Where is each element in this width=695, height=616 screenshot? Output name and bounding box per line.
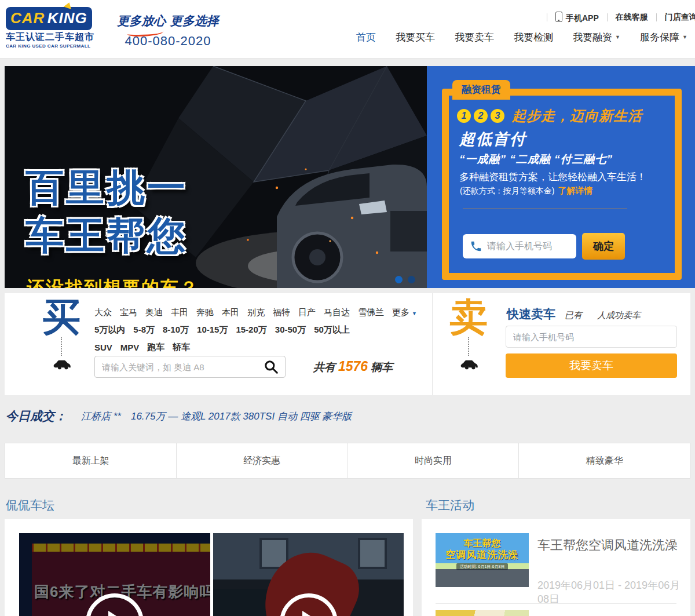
sell-car-button[interactable]: 我要卖车 xyxy=(506,353,677,378)
forum-video-thumbnail[interactable]: 国6来了对二手车有影响吗 xyxy=(19,533,210,616)
divider xyxy=(463,209,627,209)
bodytype-link[interactable]: 跑车 xyxy=(147,342,164,353)
tab-luxury[interactable]: 精致豪华 xyxy=(518,443,690,479)
price-link[interactable]: 5万以内 xyxy=(94,325,125,336)
logo-cn-text: 车王认证二手车超市 xyxy=(6,31,104,43)
mobile-app-link[interactable]: 手机APP xyxy=(555,10,599,24)
price-link[interactable]: 8-10万 xyxy=(163,325,189,336)
logo-car-text: CAR xyxy=(10,9,45,27)
buy-column-glyph: 买 xyxy=(32,298,90,373)
logo-en-text: CAR KING USED CAR SUPERMALL xyxy=(6,43,104,49)
sell-character: 卖 xyxy=(440,298,498,336)
store-locator-link[interactable]: 门店查询 xyxy=(665,12,695,23)
dotted-connector xyxy=(468,337,469,356)
price-link[interactable]: 15-20万 xyxy=(236,325,266,336)
main-nav: 首页 我要买车 我要卖车 我要检测 我要融资▼ 服务保障▼ xyxy=(356,30,695,44)
price-link[interactable]: 10-15万 xyxy=(197,325,228,336)
brand-link[interactable]: 大众 xyxy=(94,307,112,318)
bodytype-link[interactable]: MPV xyxy=(120,342,140,352)
brand-link[interactable]: 别克 xyxy=(247,307,265,318)
nav-sell-car[interactable]: 我要卖车 xyxy=(455,31,494,44)
forum-video-thumbnail[interactable] xyxy=(213,533,404,616)
today-deals-strip: 今日成交： 江桥店 ** 16.75万 — 途观L 2017款 380TSI 自… xyxy=(0,395,695,442)
price-link[interactable]: 50万以上 xyxy=(314,325,350,336)
carousel-dot[interactable] xyxy=(408,276,415,283)
brand-link[interactable]: 奔驰 xyxy=(196,307,214,318)
brand-link[interactable]: 日产 xyxy=(298,307,316,318)
price-filter-row: 5万以内 5-8万 8-10万 10-15万 15-20万 30-50万 50万… xyxy=(94,325,419,336)
forum-section-title: 侃侃车坛 xyxy=(6,497,54,513)
activity-thumbnail[interactable]: 车王帮您 空调风道洗洗澡 活动时间: 6月1日-6月8日 xyxy=(436,533,529,587)
finance-submit-button[interactable]: 确定 xyxy=(582,233,625,260)
finance-description: 多种融资租赁方案，让您轻松融入车生活！ xyxy=(459,170,646,184)
hero-carousel-slide[interactable]: 百里挑一 车王帮您 还没找到想要的车？ 不如试试“百里挑一” xyxy=(5,66,427,288)
activity-title[interactable]: 车王帮您空调风道洗洗澡 xyxy=(537,537,678,554)
activity-date: 2019年06月01日 - 2019年06月08日 xyxy=(537,578,690,606)
nav-inspection[interactable]: 我要检测 xyxy=(514,31,553,44)
brand-link[interactable]: 奥迪 xyxy=(145,307,163,318)
slogan-block: 更多放心 更多选择 400-080-2020 xyxy=(110,13,226,49)
nav-financing[interactable]: 我要融资▼ xyxy=(573,31,620,44)
finance-lease-panel: 融资租赁 1 2 3 起步走，迈向新生活 超低首付 “一成融” “二成融 “付三… xyxy=(427,66,695,288)
banner-headline-2: 车王帮您 xyxy=(25,210,188,262)
step-badge-3: 3 xyxy=(491,109,504,123)
brand-link[interactable]: 雪佛兰 xyxy=(358,307,384,318)
online-service-link[interactable]: 在线客服 xyxy=(616,12,648,23)
price-link[interactable]: 30-50万 xyxy=(275,325,306,336)
finance-tab-label: 融资租赁 xyxy=(452,80,510,100)
mobile-phone-icon xyxy=(555,12,562,22)
bodytype-link[interactable]: SUV xyxy=(94,342,112,352)
inventory-count-number: 1576 xyxy=(338,359,368,374)
hotline-number: 400-080-2020 xyxy=(110,34,226,49)
divider xyxy=(547,13,547,21)
logo[interactable]: CAR KING 车王认证二手车超市 CAR KING USED CAR SUP… xyxy=(6,7,104,49)
banner-headline-1: 百里挑一 xyxy=(25,162,188,214)
brand-link[interactable]: 本田 xyxy=(222,307,239,318)
phone-icon xyxy=(470,240,482,253)
bodytype-link[interactable]: 轿车 xyxy=(173,342,190,353)
tab-economical[interactable]: 经济实惠 xyxy=(176,443,348,479)
chevron-down-icon: ▼ xyxy=(615,34,620,40)
banner-subline-1: 还没找到想要的车？ xyxy=(27,276,199,288)
buy-sell-section: 买 大众 宝马 奥迪 丰田 奔驰 本田 别克 福特 日产 马自达 雪佛兰 更多▼ xyxy=(5,293,690,395)
logo-king-text: KING xyxy=(47,9,87,27)
brand-link[interactable]: 丰田 xyxy=(171,307,188,318)
activities-section-title: 车王活动 xyxy=(426,497,474,513)
price-link[interactable]: 5-8万 xyxy=(133,325,155,336)
nav-guarantee[interactable]: 服务保障▼ xyxy=(640,31,687,44)
brand-link[interactable]: 福特 xyxy=(273,307,290,318)
divider xyxy=(607,13,608,21)
finance-steps-row: 1 2 3 起步走，迈向新生活 xyxy=(457,107,642,125)
divider xyxy=(436,603,676,604)
activity-thumb-text-1: 车王帮您 xyxy=(436,538,529,550)
learn-more-link[interactable]: 了解详情 xyxy=(558,185,592,195)
finance-plans: “一成融” “二成融 “付三融七” xyxy=(459,152,613,167)
finance-note: (还款方式：按月等额本金)了解详情 xyxy=(460,185,592,196)
keyword-search-input[interactable] xyxy=(94,356,286,378)
sell-column-glyph: 卖 xyxy=(440,298,498,373)
carousel-dots xyxy=(395,276,415,283)
sell-phone-input[interactable] xyxy=(506,326,677,348)
nav-home[interactable]: 首页 xyxy=(356,31,376,44)
activities-card: 车王帮您 空调风道洗洗澡 活动时间: 6月1日-6月8日 车王帮您空调风道洗洗澡… xyxy=(422,519,690,616)
today-deal-item: 江桥店 ** 16.75万 — 途观L 2017款 380TSI 自动 四驱 豪… xyxy=(81,410,352,423)
crown-icon xyxy=(64,1,73,9)
sell-success-stat: 已有人成功卖车 xyxy=(565,310,641,321)
bodytype-filter-row: SUV MPV 跑车 轿车 xyxy=(94,342,419,353)
inventory-count: 共有1576辆车 xyxy=(313,359,393,375)
carousel-dot-active[interactable] xyxy=(395,276,403,283)
brand-link[interactable]: 宝马 xyxy=(120,307,137,318)
finance-headline: 起步走，迈向新生活 xyxy=(512,107,642,125)
search-icon[interactable] xyxy=(264,359,279,374)
finance-subhead: 超低首付 xyxy=(459,129,526,150)
slogan-text: 更多放心 更多选择 xyxy=(110,13,226,29)
divider xyxy=(656,13,657,21)
activity-thumbnail[interactable] xyxy=(436,610,529,616)
more-brands-link[interactable]: 更多▼ xyxy=(392,307,417,318)
header: CAR KING 车王认证二手车超市 CAR KING USED CAR SUP… xyxy=(0,0,695,59)
tab-stylish[interactable]: 时尚实用 xyxy=(348,443,520,479)
utility-bar: 手机APP 在线客服 门店查询 xyxy=(539,10,695,24)
brand-link[interactable]: 马自达 xyxy=(324,307,350,318)
nav-buy-car[interactable]: 我要买车 xyxy=(396,31,435,44)
tab-newest[interactable]: 最新上架 xyxy=(5,443,177,479)
